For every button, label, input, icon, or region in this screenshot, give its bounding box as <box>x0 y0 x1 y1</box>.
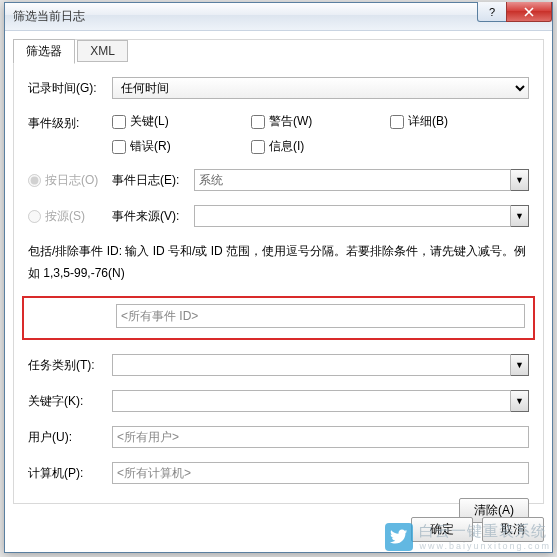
user-input[interactable] <box>112 426 529 448</box>
ok-button[interactable]: 确定 <box>411 517 473 542</box>
dialog-footer: 确定 取消 <box>13 517 544 542</box>
label-event-logs: 事件日志(E): <box>112 172 194 189</box>
dialog-window: 筛选当前日志 ? 筛选器 XML 记录时间(G): 任何时间 事件级别 <box>4 2 553 553</box>
logged-select[interactable]: 任何时间 <box>112 77 529 99</box>
label-level: 事件级别: <box>28 113 112 132</box>
label-task-category: 任务类别(T): <box>28 357 112 374</box>
window-title: 筛选当前日志 <box>5 8 85 25</box>
event-id-highlight <box>22 296 535 340</box>
event-sources-dropdown[interactable]: ▼ <box>511 205 529 227</box>
keywords-select[interactable] <box>112 390 511 412</box>
tab-filter[interactable]: 筛选器 <box>13 39 75 64</box>
tab-strip: 筛选器 XML <box>13 39 543 63</box>
check-warning[interactable]: 警告(W) <box>251 113 390 130</box>
form-panel: 记录时间(G): 任何时间 事件级别: 关键(L) 警告(W) 详细(B) 错误… <box>14 63 543 531</box>
tab-xml[interactable]: XML <box>77 40 128 62</box>
keywords-dropdown[interactable]: ▼ <box>511 390 529 412</box>
label-event-sources: 事件来源(V): <box>112 208 194 225</box>
window-buttons: ? <box>478 2 552 22</box>
cancel-button[interactable]: 取消 <box>482 517 544 542</box>
check-critical[interactable]: 关键(L) <box>112 113 251 130</box>
event-ids-input[interactable] <box>116 304 525 328</box>
help-button[interactable]: ? <box>477 2 507 22</box>
task-category-dropdown[interactable]: ▼ <box>511 354 529 376</box>
label-logged: 记录时间(G): <box>28 80 112 97</box>
radio-by-log-input <box>28 174 41 187</box>
level-checks: 关键(L) 警告(W) 详细(B) 错误(R) 信息(I) <box>112 113 529 155</box>
radio-by-source-input <box>28 210 41 223</box>
check-verbose[interactable]: 详细(B) <box>390 113 529 130</box>
event-logs-dropdown[interactable]: ▼ <box>511 169 529 191</box>
close-icon <box>524 7 534 17</box>
event-id-hint: 包括/排除事件 ID: 输入 ID 号和/或 ID 范围，使用逗号分隔。若要排除… <box>28 241 529 284</box>
computer-input[interactable] <box>112 462 529 484</box>
client-area: 筛选器 XML 记录时间(G): 任何时间 事件级别: 关键(L) 警告(W) … <box>13 39 544 504</box>
title-bar[interactable]: 筛选当前日志 ? <box>5 3 552 31</box>
label-computer: 计算机(P): <box>28 465 112 482</box>
label-keywords: 关键字(K): <box>28 393 112 410</box>
task-category-select[interactable] <box>112 354 511 376</box>
event-sources-select[interactable] <box>194 205 511 227</box>
label-user: 用户(U): <box>28 429 112 446</box>
check-information[interactable]: 信息(I) <box>251 138 390 155</box>
event-logs-select[interactable] <box>194 169 511 191</box>
close-button[interactable] <box>506 2 552 22</box>
check-error[interactable]: 错误(R) <box>112 138 251 155</box>
radio-by-log: 按日志(O) <box>28 172 112 189</box>
radio-by-source: 按源(S) <box>28 208 112 225</box>
